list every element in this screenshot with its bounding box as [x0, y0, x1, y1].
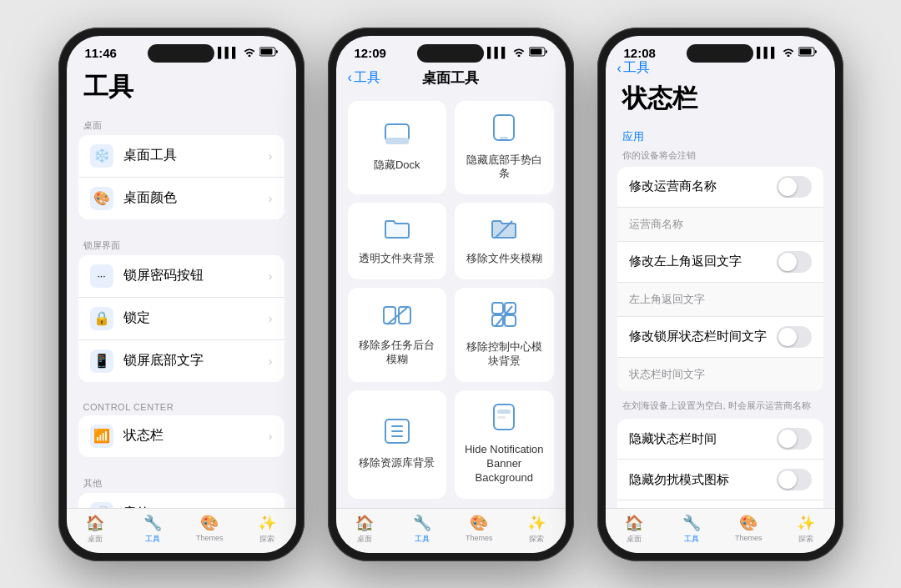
tools-grid: 隐藏Dock 隐藏底部手势白条 — [336, 94, 566, 505]
hide-dnd-toggle[interactable] — [777, 469, 812, 490]
nav-back-2[interactable]: ‹ 工具 — [348, 69, 380, 87]
nav-back-3[interactable]: ‹ 工具 — [617, 59, 650, 77]
row-hide-dnd[interactable]: 隐藏勿扰模式图标 — [617, 460, 823, 500]
grid-remove-folder-blur[interactable]: 移除文件夹模糊 — [455, 203, 554, 279]
svg-rect-3 — [530, 48, 541, 54]
tab-3-explore-label: 探索 — [798, 534, 813, 545]
tab-bar-2: 🏠 桌面 🔧 工具 🎨 Themes ✨ 探索 — [336, 508, 566, 553]
signal-icon-3: ▌▌▌ — [757, 47, 778, 58]
p3-sub-note: 在刘海设备上设置为空白, 时会展示运营商名称 — [606, 400, 835, 419]
remove-control-label: 移除控制中心模块背景 — [461, 340, 547, 369]
row-hide-airplane[interactable]: 隐藏飞行模式图标 — [617, 500, 823, 507]
list-item-desktop-color[interactable]: 🎨 桌面颜色 › — [78, 178, 284, 219]
desktop-tools-icon: ❄️ — [90, 144, 113, 168]
battery-icon-2 — [529, 47, 547, 59]
time-input-placeholder: 状态栏时间文字 — [629, 367, 705, 382]
p1-title: 工具 — [67, 63, 296, 114]
row-carrier-name[interactable]: 修改运营商名称 — [617, 167, 823, 208]
tab-1-desktop[interactable]: 🏠 桌面 — [67, 514, 124, 545]
phone-1-content: 工具 桌面 ❄️ 桌面工具 › 🎨 桌面颜色 › 锁屏界面 ··· — [67, 63, 296, 508]
grid-hide-notification[interactable]: Hide Notification Banner Background — [455, 390, 554, 499]
row-back-input[interactable]: 左上角返回文字 — [617, 283, 823, 317]
phone-2: 12:09 ▌▌▌ ‹ 工具 桌面工具 — [328, 28, 574, 561]
list-item-desktop-tools[interactable]: ❄️ 桌面工具 › — [78, 135, 284, 178]
tab-3-tools[interactable]: 🔧 工具 — [662, 514, 720, 545]
lockscreen-time-label: 修改锁屏状态栏时间文字 — [629, 329, 770, 344]
svg-rect-6 — [494, 115, 514, 140]
section-control-header: CONTROL CENTER — [67, 397, 296, 415]
row-time-input[interactable]: 状态栏时间文字 — [617, 358, 823, 391]
list-item-lock[interactable]: 🔒 锁定 › — [78, 298, 284, 340]
tab-2-themes[interactable]: 🎨 Themes — [450, 514, 508, 545]
svg-rect-22 — [497, 410, 511, 414]
tab-1-explore[interactable]: ✨ 探索 — [239, 514, 296, 545]
dynamic-island-2 — [417, 44, 484, 63]
tab-2-themes-label: Themes — [466, 534, 493, 542]
carrier-name-toggle[interactable] — [777, 176, 812, 198]
battery-icon-3 — [798, 47, 817, 59]
grid-transparent-folder[interactable]: 透明文件夹背景 — [348, 203, 447, 279]
lock-text-icon: 📱 — [90, 349, 113, 373]
hide-notification-label: Hide Notification Banner Background — [461, 443, 547, 485]
grid-remove-multitask[interactable]: 移除多任务后台模糊 — [348, 288, 447, 382]
grid-remove-library[interactable]: 移除资源库背景 — [348, 390, 447, 499]
list-item-sound[interactable]: 🔊 音效 › — [78, 493, 284, 508]
tab-1-explore-icon: ✨ — [258, 514, 276, 532]
dynamic-island-3 — [687, 44, 753, 63]
grid-hide-gesture[interactable]: 隐藏底部手势白条 — [455, 101, 554, 195]
tab-3-themes-icon: 🎨 — [739, 514, 758, 532]
status-icons-1: ▌▌▌ — [218, 47, 278, 59]
status-icons-3: ▌▌▌ — [757, 47, 817, 59]
back-label-3: 工具 — [623, 59, 650, 77]
desktop-tools-chevron: › — [269, 149, 273, 163]
row-back-text[interactable]: 修改左上角返回文字 — [617, 242, 823, 283]
svg-rect-23 — [497, 416, 506, 419]
row-carrier-input[interactable]: 运营商名称 — [617, 208, 823, 242]
lock-label: 锁定 — [123, 309, 259, 327]
row-lockscreen-time[interactable]: 修改锁屏状态栏时间文字 — [617, 317, 823, 358]
wifi-icon-1 — [244, 47, 255, 59]
tab-3-desktop[interactable]: 🏠 桌面 — [606, 514, 663, 545]
back-label-2: 工具 — [354, 69, 380, 87]
tab-2-themes-icon: 🎨 — [470, 514, 488, 532]
hide-time-toggle[interactable] — [777, 428, 812, 450]
tab-2-explore[interactable]: ✨ 探索 — [508, 514, 566, 545]
wifi-icon-3 — [783, 47, 794, 59]
phone-3: 12:08 ▌▌▌ ‹ 工具 状态栏 应用 你的设备将会注销 — [597, 28, 843, 561]
lock-password-label: 锁屏密码按钮 — [123, 267, 259, 284]
back-chevron-2: ‹ — [348, 70, 352, 85]
tab-3-themes[interactable]: 🎨 Themes — [720, 514, 778, 545]
back-text-toggle[interactable] — [777, 251, 812, 273]
row-hide-time[interactable]: 隐藏状态栏时间 — [617, 419, 823, 460]
tab-1-themes-icon: 🎨 — [200, 514, 219, 532]
lock-text-label: 锁屏底部文字 — [123, 352, 259, 369]
tab-1-tools[interactable]: 🔧 工具 — [123, 514, 181, 545]
list-item-lock-password[interactable]: ··· 锁屏密码按钮 › — [78, 255, 284, 298]
lock-password-icon: ··· — [90, 264, 113, 288]
tab-1-themes[interactable]: 🎨 Themes — [181, 514, 239, 545]
svg-rect-15 — [505, 315, 516, 326]
grid-remove-control[interactable]: 移除控制中心模块背景 — [455, 288, 554, 382]
p3-app-section: 应用 — [606, 124, 835, 148]
nav-bar-2: ‹ 工具 桌面工具 — [336, 63, 566, 94]
grid-hide-dock[interactable]: 隐藏Dock — [348, 101, 447, 195]
lockscreen-time-toggle[interactable] — [777, 326, 812, 348]
hide-gesture-icon — [493, 114, 515, 147]
carrier-name-label: 修改运营商名称 — [629, 178, 770, 194]
tab-3-explore[interactable]: ✨ 探索 — [778, 514, 835, 545]
desktop-tools-label: 桌面工具 — [123, 147, 259, 164]
tab-2-tools[interactable]: 🔧 工具 — [393, 514, 450, 545]
tab-2-desktop[interactable]: 🏠 桌面 — [336, 514, 394, 545]
svg-rect-5 — [385, 138, 409, 144]
list-item-status-bar[interactable]: 📶 状态栏 › — [78, 415, 284, 457]
signal-icon-1: ▌▌▌ — [218, 47, 239, 58]
tab-3-tools-label: 工具 — [684, 534, 699, 545]
svg-rect-9 — [384, 307, 395, 324]
tab-3-desktop-icon: 🏠 — [625, 514, 643, 532]
tab-1-desktop-icon: 🏠 — [86, 514, 104, 532]
desktop-color-chevron: › — [269, 192, 273, 205]
lock-password-chevron: › — [269, 269, 273, 283]
list-item-lock-text[interactable]: 📱 锁屏底部文字 › — [78, 340, 284, 382]
nav-bar-3: ‹ 工具 — [606, 63, 835, 75]
hide-notification-icon — [493, 404, 515, 436]
